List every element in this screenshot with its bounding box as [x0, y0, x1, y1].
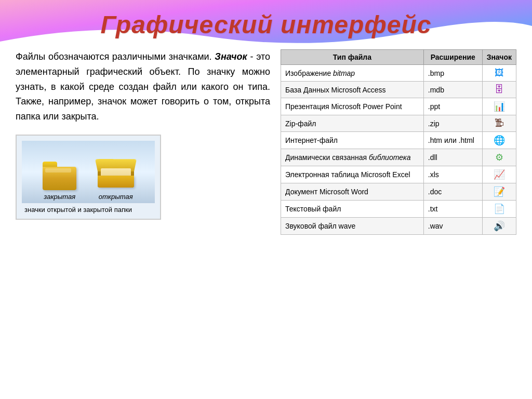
folder-image-container: закрытая	[16, 135, 161, 220]
folder-display: закрытая	[22, 141, 155, 203]
table-row: Интернет-файл.htm или .html🌐	[281, 132, 516, 149]
left-panel: Файлы обозначаются различными значками. …	[16, 49, 270, 235]
cell-ext: .mdb	[423, 82, 482, 98]
cell-type: Динамически связанная библиотека	[281, 149, 424, 166]
file-type-icon: 📊	[494, 101, 505, 112]
table-row: Электронная таблица Microsoft Excel.xls📈	[281, 166, 516, 183]
file-type-icon: ⚙	[495, 152, 503, 163]
cell-icon: 🗜	[482, 115, 516, 132]
table-row: Презентация Microsoft Power Point.ppt📊	[281, 98, 516, 115]
file-type-icon: 🌐	[494, 135, 505, 145]
col-header-type: Тип файла	[281, 50, 424, 65]
table-header-row: Тип файла Расширение Значок	[281, 50, 516, 65]
desc-part2: - это элементарный графический объект. П…	[16, 51, 270, 122]
table-row: Изображение bitmap.bmp🖼	[281, 65, 516, 82]
open-folder-item: открытая	[98, 159, 134, 201]
cell-icon: ⚙	[482, 149, 516, 166]
table-row: Zip-файл.zip🗜	[281, 115, 516, 132]
cell-ext: .htm или .html	[423, 132, 482, 149]
file-type-icon: 🔊	[494, 221, 505, 231]
folder-caption: значки открытой и закрытой папки	[22, 206, 155, 214]
cell-icon: 🌐	[482, 132, 516, 149]
cell-icon: 📄	[482, 201, 516, 218]
cell-ext: .xls	[423, 166, 482, 183]
page-title: Графический интерфейс	[0, 0, 532, 44]
closed-folder-label: закрытая	[44, 193, 75, 201]
file-type-icon: 📈	[494, 169, 505, 180]
cell-ext: .wav	[423, 218, 482, 235]
cell-icon: 🖼	[482, 65, 516, 82]
table-row: Документ Microsoft Word.doc📝	[281, 183, 516, 201]
cell-type: Изображение bitmap	[281, 65, 424, 82]
open-folder-label: открытая	[99, 193, 133, 201]
cell-ext: .dll	[423, 149, 482, 166]
table-row: Динамически связанная библиотека.dll⚙	[281, 149, 516, 166]
file-type-icon: 📄	[494, 204, 505, 214]
cell-type: Интернет-файл	[281, 132, 424, 149]
cell-type: Электронная таблица Microsoft Excel	[281, 166, 424, 183]
file-type-icon: 🖼	[495, 68, 504, 78]
desc-bold-word: Значок	[215, 51, 247, 62]
cell-icon: 📝	[482, 183, 516, 201]
cell-type: База Данных Microsoft Access	[281, 82, 424, 98]
cell-type: Звуковой файл wave	[281, 218, 424, 235]
cell-type: Презентация Microsoft Power Point	[281, 98, 424, 115]
file-type-icon: 📝	[494, 187, 505, 197]
closed-folder-item: закрытая	[43, 162, 76, 201]
col-header-ext: Расширение	[423, 50, 482, 65]
table-row: База Данных Microsoft Access.mdb🗄	[281, 82, 516, 98]
cell-icon: 📊	[482, 98, 516, 115]
table-row: Звуковой файл wave.wav🔊	[281, 218, 516, 235]
file-type-icon: 🗜	[495, 118, 504, 128]
col-header-icon: Значок	[482, 50, 516, 65]
table-row: Текстовый файл.txt📄	[281, 201, 516, 218]
cell-ext: .ppt	[423, 98, 482, 115]
cell-type: Документ Microsoft Word	[281, 183, 424, 201]
cell-ext: .txt	[423, 201, 482, 218]
main-layout: Файлы обозначаются различными значками. …	[0, 44, 532, 240]
cell-type: Текстовый файл	[281, 201, 424, 218]
cell-icon: 🔊	[482, 218, 516, 235]
cell-type: Zip-файл	[281, 115, 424, 132]
cell-icon: 📈	[482, 166, 516, 183]
cell-icon: 🗄	[482, 82, 516, 98]
desc-part1: Файлы обозначаются различными значками.	[16, 51, 215, 62]
file-type-icon: 🗄	[495, 84, 504, 95]
file-table: Тип файла Расширение Значок Изображение …	[281, 49, 516, 235]
cell-ext: .zip	[423, 115, 482, 132]
cell-ext: .bmp	[423, 65, 482, 82]
right-panel: Тип файла Расширение Значок Изображение …	[281, 49, 516, 235]
description-text: Файлы обозначаются различными значками. …	[16, 49, 270, 124]
cell-ext: .doc	[423, 183, 482, 201]
